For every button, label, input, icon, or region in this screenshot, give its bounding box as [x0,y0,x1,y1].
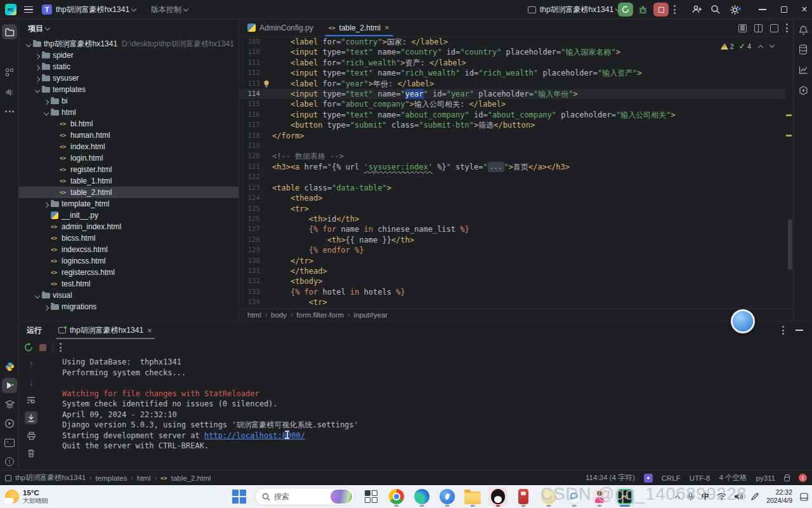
inspection-profile-icon[interactable]: ✦ [644,474,653,483]
window-maximize-button[interactable] [775,0,793,19]
chevron-icon[interactable] [33,53,42,58]
start-button[interactable] [230,487,249,506]
fatal-error-icon[interactable]: ! [799,474,807,482]
django-structure-tool-button[interactable]: dj: [2,84,17,100]
run-more-menu[interactable] [674,0,676,19]
indent-widget[interactable]: 4 个空格 [719,473,747,483]
tree-item-human.html[interactable]: <>human.html [19,130,239,141]
code-line-129[interactable]: 129 {% endfor %} [240,245,785,255]
tree-item-bi.html[interactable]: <>bi.html [19,118,239,130]
tree-item-bicss.html[interactable]: <>bicss.html [19,232,239,244]
tree-item-visual[interactable]: visual [19,290,239,301]
tab-table-2-html[interactable]: <> table_2.html × [321,19,397,36]
print-icon[interactable] [25,429,37,442]
project-tool-button[interactable] [2,24,17,39]
code-line-120[interactable]: 120<!-- 数据表格 --> [240,151,785,161]
clear-console-icon[interactable] [25,447,37,460]
chevron-icon[interactable] [42,304,51,310]
code-line-111[interactable]: 111 <label for="rich_wealth">资产: </label… [240,58,785,68]
tree-item-bi[interactable]: bi [19,95,239,107]
next-problem-icon[interactable] [769,43,775,48]
code-area[interactable]: 109 <label for="country">国家: </label>110… [240,37,785,308]
code-line-132[interactable]: 132 <tbody> [240,276,785,286]
structure-tool-button[interactable] [2,65,17,80]
chevron-icon[interactable] [33,76,42,81]
run-console-tab[interactable]: thp胡润富豪榜hx1341 × [56,321,155,339]
run-tool-button[interactable] [2,378,17,393]
speaker-icon[interactable] [734,493,743,500]
console-options-icon[interactable] [782,326,784,335]
taskbar-yellow-app[interactable] [539,487,558,506]
code-line-133[interactable]: 133 {% for hotel in hotels %} [240,287,785,297]
down-stacktrace-icon[interactable]: ↓ [25,376,37,389]
tree-item-static[interactable]: static [19,61,239,72]
notifications-button[interactable] [796,23,811,38]
intention-bulb-icon[interactable] [260,79,272,89]
console-more-icon[interactable] [60,343,62,352]
code-line-112[interactable]: 112 <input type="text" name="rich_wealth… [240,68,785,78]
tree-item-indexcss.html[interactable]: <>indexcss.html [19,244,239,255]
taskbar-reader-app[interactable] [514,487,533,506]
taskbar-person-app[interactable] [590,487,609,506]
project-panel-header[interactable]: 项目 [19,19,239,38]
tree-item-table_2.html[interactable]: <>table_2.html [19,187,239,198]
hide-console-icon[interactable] [796,330,803,331]
endpoints-tool-button[interactable] [796,62,811,77]
split-editor-icon[interactable] [754,24,763,32]
code-line-128[interactable]: 128 <th>{{ name }}</th> [240,235,785,245]
soft-wrap-icon[interactable] [25,394,37,406]
settings-button[interactable] [730,0,740,19]
caret-position-widget[interactable]: 114:34 (4 字符) [586,473,635,483]
taskbar-pycharm[interactable]: PC [615,487,634,506]
taskbar-search[interactable]: 搜索 [255,488,355,505]
warning-stripe-mark[interactable] [786,114,792,116]
server-url-link[interactable]: http://localhost:8000/ [204,431,305,440]
chevron-icon[interactable] [42,110,51,115]
taskbar-chrome[interactable] [387,487,406,506]
inspections-widget[interactable]: 2 ✓4 [718,41,776,52]
stop-button[interactable] [653,0,669,19]
status-breadcrumb-thp胡润富豪榜hx1341[interactable]: thp胡润富豪榜hx1341 [15,473,86,483]
tree-item-registercss.html[interactable]: <>registercss.html [19,267,239,278]
window-minimize-button[interactable] [754,0,771,19]
code-line-117[interactable]: 117 <button type="submit" class="submit-… [240,120,785,130]
python-console-tool-button[interactable] [2,359,17,374]
console-output[interactable]: Using DataBase: thphx1341Performing syst… [62,357,760,451]
scroll-to-end-icon[interactable] [25,411,37,424]
tray-expand-icon[interactable] [674,495,679,500]
tree-item-register.html[interactable]: <>register.html [19,164,239,175]
chevron-icon[interactable] [42,201,51,207]
breadcrumb-html[interactable]: html [247,311,261,319]
console-rerun-button[interactable] [24,343,33,352]
interpreter-widget[interactable]: py311 [756,474,775,482]
tree-item-table_1.html[interactable]: <>table_1.html [19,175,239,187]
pycharm-logo-icon[interactable]: PC [5,0,16,19]
close-tab-icon[interactable]: × [384,23,390,32]
tree-item-template_html[interactable]: template_html [19,198,239,210]
prev-problem-icon[interactable] [758,44,763,50]
code-line-109[interactable]: 109 <label for="country">国家: </label> [240,37,785,47]
floating-assistant-ball[interactable] [731,309,755,333]
code-line-124[interactable]: 124 <thead> [240,193,785,203]
more-tool-windows-button[interactable] [2,104,17,119]
tree-item-thp胡润富豪榜hx1341[interactable]: thp胡润富豪榜hx1341D:\desktop\thp胡润富豪榜hx1341 [19,38,239,50]
rerun-button[interactable] [618,0,633,19]
unlocked-icon[interactable] [784,477,790,481]
chevron-icon[interactable] [33,87,42,92]
tree-item-test.html[interactable]: <>test.html [19,278,239,290]
tree-item-login.html[interactable]: <>login.html [19,152,239,164]
code-with-me-button[interactable] [691,0,702,19]
database-tool-button[interactable] [796,42,811,57]
taskbar-file-explorer[interactable] [463,487,482,506]
tree-item-templates[interactable]: templates [19,84,239,95]
line-ending-widget[interactable]: CRLF [662,474,681,482]
weather-widget[interactable]: 15°C大部晴朗 [5,489,48,504]
breadcrumb-form.filter-form[interactable]: form.filter-form [296,311,344,319]
code-line-118[interactable]: 118</form> [240,131,785,141]
editor-more-icon[interactable] [786,23,788,32]
clock-widget[interactable]: 22:32 2024/4/9 [766,488,792,505]
vcs-menu[interactable]: 版本控制 [151,0,188,19]
tree-item-__init__.py[interactable]: __init__.py [19,210,239,221]
taskbar-qq[interactable] [488,487,508,506]
encoding-widget[interactable]: UTF-8 [690,474,710,482]
